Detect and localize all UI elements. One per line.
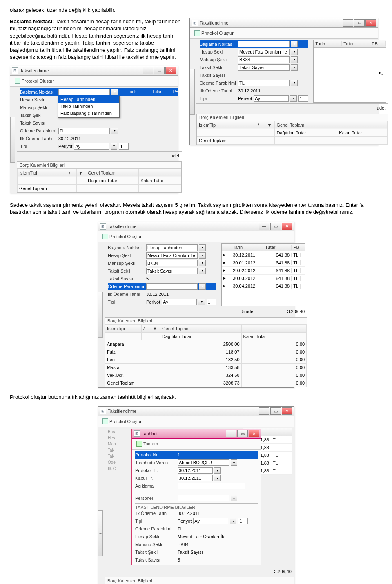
screenshot-form-filled: ⊞ Taksitlendirme — ▭ ✕ Protokol Oluştur … xyxy=(189,18,378,145)
min-button[interactable]: — xyxy=(143,67,153,74)
table-row: Vek.Ücr.324,580,00 xyxy=(105,371,307,379)
close-button[interactable]: ✕ xyxy=(165,67,176,74)
max-button[interactable]: ▭ xyxy=(270,407,281,415)
para-baslama: Başlama Noktası: Taksit hesabının hesap … xyxy=(10,18,181,61)
dropdown-icon[interactable]: ▾ xyxy=(291,41,298,47)
borc-section: Borç Kalemleri Bilgileri IslemTipi/▼Gene… xyxy=(17,161,182,193)
personel-input[interactable] xyxy=(178,495,229,501)
app-icon: ⊞ xyxy=(192,20,198,26)
mahsup-input[interactable]: BK84 xyxy=(238,56,290,63)
lead-baslama: Başlama Noktası: xyxy=(10,18,54,25)
check-icon xyxy=(136,441,142,447)
protokol-olustur-button[interactable]: Protokol Oluştur xyxy=(100,418,145,425)
dropdown-icon[interactable]: ▾ xyxy=(291,56,298,63)
doc-icon xyxy=(15,78,20,84)
min-button[interactable]: — xyxy=(259,407,270,415)
table-row: ▸30.12.2011641,88TL xyxy=(222,251,305,259)
window-title: Taksitlendirme xyxy=(20,68,143,73)
table-row: Feri132,500,00 xyxy=(105,356,307,363)
doc-icon xyxy=(102,234,108,239)
dropdown-icon[interactable]: ▾ xyxy=(291,80,298,86)
dd-opt-faiz[interactable]: Faiz Başlangıç Tarihinden xyxy=(58,110,119,117)
dd-opt-hesap[interactable]: Hesap Tarihinden xyxy=(58,96,119,103)
doc-icon xyxy=(102,418,108,424)
para-intro: olarak gelecek, üzerinde değişiklik yapı… xyxy=(10,7,382,14)
max-button[interactable]: ▭ xyxy=(270,223,281,230)
row-baslama-noktasi: Başlama Noktası Hesap Tarihinden▾ Tarih … xyxy=(20,88,178,96)
hesap-sekli-input[interactable]: Mevcut Faiz Oranları İle xyxy=(238,49,290,55)
table-row: ▸30.04.2012641,88TL xyxy=(222,282,305,290)
taksit-grid: Tarih Tutar PB ▸30.12.2011641,88TL ▸30.0… xyxy=(221,243,305,306)
protokol-olustur-button[interactable]: Protokol Oluştur xyxy=(100,233,145,240)
taahhudu-veren-input[interactable]: Ahmet BORÇLU xyxy=(178,459,229,466)
dropdown-icon[interactable]: ▾ xyxy=(111,143,117,150)
app-icon: ⊞ xyxy=(12,67,18,74)
baslama-input[interactable]: Hesap Tarihinden xyxy=(238,41,290,47)
baslama-dropdown-list[interactable]: Hesap Tarihinden Takip Tarihinden Faiz B… xyxy=(58,96,120,118)
para-protokol: Protokol oluştur butonuna tıkladığımız z… xyxy=(10,394,382,401)
doc-icon xyxy=(194,30,200,36)
borc-table: IslemTipi/▼Genel Toplam Dağıtılan TutarK… xyxy=(17,169,181,192)
dropdown-icon[interactable]: ▾ xyxy=(291,64,298,71)
max-button[interactable]: ▭ xyxy=(237,430,248,437)
app-icon: ⊞ xyxy=(100,408,106,414)
min-button[interactable]: — xyxy=(226,430,236,437)
collapse-handle[interactable]: – xyxy=(98,292,103,338)
modal-icon: ⊞ xyxy=(134,430,140,437)
periyot-n-input[interactable]: 1 xyxy=(298,95,308,102)
table-row: ▸29.02.2012641,88TL xyxy=(222,267,305,275)
periyot-n-input[interactable]: 1 xyxy=(119,143,129,150)
periyot-input[interactable]: Ay xyxy=(254,95,289,102)
aciklama-input[interactable] xyxy=(178,483,245,489)
protokol-olustur-button[interactable]: Protokol Oluştur xyxy=(12,77,57,85)
dropdown-icon[interactable]: ▾ xyxy=(291,49,298,55)
odeme-para-input[interactable]: TL xyxy=(238,80,290,86)
borc-table: IslemTipi/▼Genel Toplam Dağıtılan TutarK… xyxy=(105,324,307,387)
max-button[interactable]: ▭ xyxy=(354,19,365,27)
dropdown-icon[interactable]: ▾ xyxy=(290,95,297,102)
protokol-olustur-button[interactable]: Protokol Oluştur xyxy=(192,29,236,37)
collapse-handle[interactable]: – xyxy=(190,69,195,115)
table-row: Faiz118,070,00 xyxy=(105,348,307,356)
dropdown-icon[interactable]: ▾ xyxy=(111,128,118,134)
collapse-handle[interactable]: – xyxy=(10,117,15,163)
table-row: Genel Toplam3208,730,00 xyxy=(105,379,307,387)
min-button[interactable]: — xyxy=(343,19,353,27)
cursor-icon: ↖ xyxy=(379,70,383,76)
table-row: Masraf133,580,00 xyxy=(105,363,307,371)
table-row: ▸30.01.2012641,88TL xyxy=(222,259,305,267)
dd-opt-takip[interactable]: Takip Tarihinden xyxy=(58,103,119,110)
screenshot-dropdown-open: ⊞ Taksitlendirme — ▭ ✕ Protokol Oluştur … xyxy=(10,66,178,193)
close-button[interactable]: ✕ xyxy=(282,223,292,230)
dropdown-icon[interactable]: ▾ xyxy=(111,89,118,95)
app-icon: ⊞ xyxy=(100,223,106,230)
taahhut-modal: ⊞ Taahhüt — ▭ ✕ Tamam xyxy=(131,429,261,565)
tamam-button[interactable]: Tamam xyxy=(134,440,161,448)
table-row: Anapara2500,000,00 xyxy=(105,340,307,348)
close-button[interactable]: ✕ xyxy=(249,430,259,437)
table-row: ▸30.03.2012641,88TL xyxy=(222,275,305,282)
baslama-input[interactable]: Hesap Tarihinden xyxy=(58,89,110,95)
close-button[interactable]: ✕ xyxy=(282,407,292,415)
screenshot-taksit-filled: ⊞ Taksitlendirme — ▭ ✕ Protokol Oluştur … xyxy=(98,222,294,388)
para-taksit: Sadece taksit sayısını girmeniz yeterli … xyxy=(10,201,382,216)
periyot-input[interactable]: Ay xyxy=(74,143,109,150)
max-button[interactable]: ▭ xyxy=(154,67,165,74)
odeme-para-input[interactable]: TL xyxy=(58,128,110,134)
min-button[interactable]: — xyxy=(259,223,270,230)
screenshot-taahhut-modal: ⊞ Taksitlendirme — ▭ ✕ Protokol Oluştur … xyxy=(98,406,294,584)
close-button[interactable]: ✕ xyxy=(365,19,376,27)
collapse-handle[interactable]: – xyxy=(98,510,103,556)
taksit-sekli-input[interactable]: Taksit Sayısı xyxy=(238,64,290,71)
